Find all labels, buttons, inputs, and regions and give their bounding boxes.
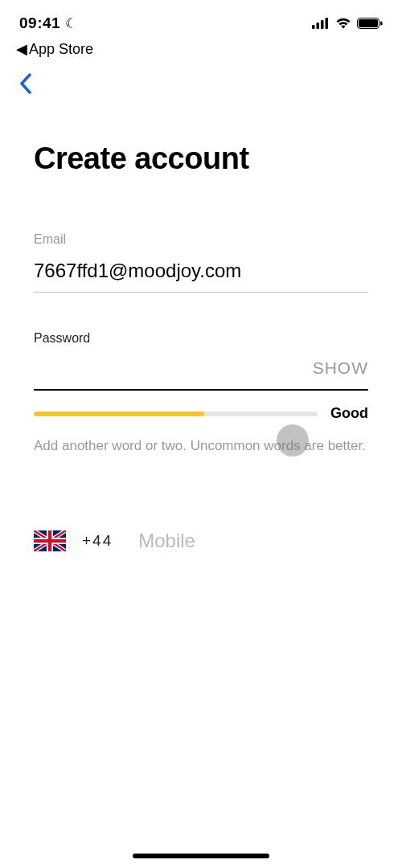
email-label: Email — [34, 232, 368, 247]
mobile-input[interactable]: Mobile — [138, 530, 195, 552]
wifi-icon — [335, 18, 351, 29]
chevron-left-icon — [19, 73, 32, 94]
svg-rect-3 — [326, 18, 329, 29]
strength-track — [34, 411, 318, 416]
svg-rect-2 — [321, 20, 324, 29]
password-label: Password — [34, 331, 368, 346]
status-right — [312, 18, 383, 29]
cellular-signal-icon — [312, 18, 330, 29]
home-indicator[interactable] — [133, 854, 269, 858]
status-left: 09:41 ☾ — [19, 14, 77, 32]
strength-bar-row: Good — [34, 405, 368, 422]
uk-flag-icon — [34, 530, 66, 551]
strength-label: Good — [330, 405, 368, 422]
status-bar: 09:41 ☾ — [0, 0, 402, 39]
email-input[interactable]: 7667ffd1@moodjoy.com — [34, 260, 368, 282]
status-time: 09:41 — [19, 14, 60, 32]
svg-rect-5 — [359, 19, 378, 27]
password-input-row[interactable]: SHOW — [34, 358, 368, 391]
svg-rect-6 — [380, 22, 383, 26]
page-title: Create account — [34, 141, 368, 176]
email-input-row[interactable]: 7667ffd1@moodjoy.com — [34, 260, 368, 293]
caret-left-icon: ◀ — [16, 40, 27, 58]
password-strength: Good Add another word or two. Uncommon w… — [34, 405, 368, 456]
main-content: Create account Email 7667ffd1@moodjoy.co… — [0, 95, 402, 552]
nav-bar — [0, 68, 402, 95]
breadcrumb-label: App Store — [29, 41, 93, 58]
country-flag-uk[interactable] — [34, 530, 66, 551]
strength-fill — [34, 411, 204, 416]
dnd-moon-icon: ☾ — [65, 15, 77, 32]
mobile-field-row[interactable]: +44 Mobile — [34, 530, 368, 552]
back-button[interactable] — [14, 72, 37, 95]
email-field-group: Email 7667ffd1@moodjoy.com — [34, 232, 368, 293]
svg-rect-1 — [317, 23, 320, 29]
country-code[interactable]: +44 — [77, 532, 113, 550]
battery-icon — [357, 18, 383, 29]
password-field-group: Password SHOW Good Add another word or t… — [34, 331, 368, 456]
strength-hint: Add another word or two. Uncommon words … — [34, 436, 368, 456]
breadcrumb-back-to-app-store[interactable]: ◀ App Store — [0, 39, 402, 68]
svg-rect-0 — [312, 25, 315, 29]
show-password-button[interactable]: SHOW — [313, 358, 368, 378]
